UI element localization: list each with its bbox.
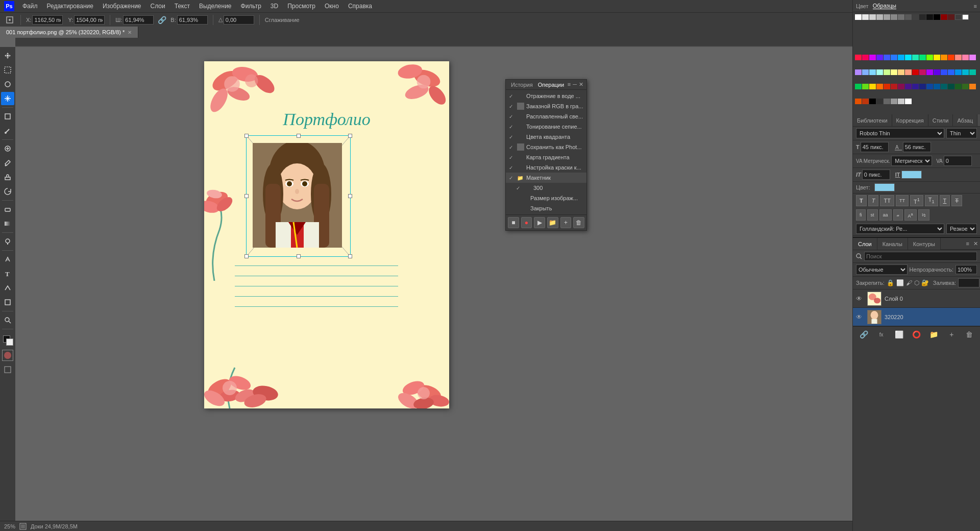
tab-correction[interactable]: Коррекция: [892, 114, 928, 126]
swatch[interactable]: [948, 14, 954, 20]
swatch[interactable]: [884, 99, 890, 104]
ops-item-7[interactable]: ✓ Настройка краски к...: [506, 162, 586, 173]
swatch[interactable]: [941, 84, 947, 89]
swatch[interactable]: [869, 99, 876, 104]
smallcaps-button[interactable]: TT: [896, 195, 909, 206]
swatch[interactable]: [876, 69, 883, 75]
font-style-select[interactable]: Thin: [946, 128, 977, 138]
swatch[interactable]: [912, 55, 919, 60]
lock-pos-icon[interactable]: 🔒: [887, 279, 894, 286]
dodge-tool[interactable]: [1, 235, 14, 248]
tab-close-0[interactable]: ✕: [128, 30, 132, 35]
layers-menu[interactable]: ≡: [964, 238, 971, 250]
ops-tab-history[interactable]: История: [509, 82, 535, 88]
y-input[interactable]: [74, 15, 105, 25]
char-color-swatch[interactable]: [874, 183, 895, 191]
ops-group-maketnik[interactable]: ✓ 📁 Макетник: [506, 173, 586, 183]
swatch[interactable]: [876, 55, 883, 60]
swatch[interactable]: [962, 14, 969, 20]
context-alt-button[interactable]: ¹⁄₂: [918, 209, 930, 221]
opacity-input[interactable]: [955, 265, 977, 274]
strikethrough-button[interactable]: T: [951, 195, 962, 206]
swatches-menu[interactable]: ≡: [974, 3, 977, 9]
swatch[interactable]: [898, 55, 904, 60]
eyedropper-tool[interactable]: [1, 124, 14, 137]
handle-top-left[interactable]: [244, 134, 249, 138]
ops-item-5[interactable]: ✓ Сохранить как Phot...: [506, 142, 586, 152]
ops-item-3[interactable]: ✓ Тонирование сепие...: [506, 122, 586, 132]
swatch[interactable]: [869, 14, 876, 20]
italic-button[interactable]: T: [868, 195, 879, 206]
history-tool[interactable]: [1, 185, 14, 198]
kerning-input[interactable]: [944, 156, 972, 166]
lock-art-icon[interactable]: ⬡: [914, 279, 919, 286]
swatch[interactable]: [934, 69, 940, 75]
document-tab-0[interactable]: 001 портфолио.png @ 25% (320220, RGB/8) …: [0, 27, 138, 38]
ops-panel-header[interactable]: История Операции ≡ ─ ✕: [506, 80, 586, 90]
heal-tool[interactable]: [1, 142, 14, 155]
ops-folder-button[interactable]: 📁: [547, 217, 558, 228]
layers-mask-button[interactable]: ⬜: [893, 329, 904, 340]
swatch[interactable]: [955, 14, 962, 20]
frac-button[interactable]: fi: [856, 209, 866, 221]
handle-middle-right[interactable]: [348, 194, 352, 198]
ops-record-button[interactable]: ●: [521, 217, 532, 228]
ops-item-2[interactable]: ✓ Расплавленный све...: [506, 111, 586, 122]
swatch[interactable]: [898, 14, 904, 20]
swatch[interactable]: [905, 14, 912, 20]
swatch[interactable]: [855, 69, 862, 75]
ops-sub-item-2[interactable]: Закрыть: [506, 203, 586, 213]
swatch[interactable]: [941, 14, 947, 20]
swatch[interactable]: [948, 84, 954, 89]
font-size-input[interactable]: [861, 142, 889, 152]
swatch[interactable]: [862, 84, 869, 89]
photo-frame[interactable]: [246, 135, 351, 257]
swatch[interactable]: [962, 55, 969, 60]
stamp-tool[interactable]: [1, 171, 14, 184]
swatch[interactable]: [934, 84, 940, 89]
swatch[interactable]: [962, 69, 969, 75]
swatch[interactable]: [884, 84, 890, 89]
ops-sub-item-0[interactable]: ✓ 300: [506, 183, 586, 193]
swatch[interactable]: [955, 55, 962, 60]
lasso-tool[interactable]: [1, 78, 14, 91]
menu-file[interactable]: Файл: [18, 2, 42, 11]
handle-bottom-left[interactable]: [244, 254, 249, 258]
swatch[interactable]: [891, 99, 897, 104]
background-color[interactable]: [6, 339, 13, 346]
layers-close[interactable]: ✕: [971, 238, 980, 250]
swatch[interactable]: [934, 14, 940, 20]
swatch[interactable]: [869, 55, 876, 60]
gradient-tool[interactable]: [1, 217, 14, 230]
antialias-select[interactable]: Резкое: [946, 224, 977, 234]
swatch[interactable]: [855, 84, 862, 89]
link-icon[interactable]: 🔗: [157, 16, 167, 24]
tab-symbol[interactable]: Символ: [977, 114, 980, 126]
layers-link-button[interactable]: 🔗: [858, 329, 869, 340]
swatch[interactable]: [941, 69, 947, 75]
ops-tab-operations[interactable]: Операции: [536, 82, 566, 88]
handle-bottom-center[interactable]: [297, 254, 301, 258]
handle-middle-left[interactable]: [244, 194, 249, 198]
swatch[interactable]: [969, 55, 976, 60]
ops-play-button[interactable]: ▶: [534, 217, 545, 228]
swatch[interactable]: [948, 69, 954, 75]
pen-tool[interactable]: [1, 253, 14, 266]
ops-collapse-icon[interactable]: ─: [573, 81, 577, 88]
swatch[interactable]: [955, 84, 962, 89]
tracking-select[interactable]: Метрическ.: [891, 156, 932, 166]
foreground-background-colors[interactable]: [1, 333, 14, 347]
eraser-tool[interactable]: [1, 203, 14, 216]
oldstyle-button[interactable]: st: [867, 209, 878, 221]
select-tool[interactable]: [1, 63, 14, 77]
interpolation-select[interactable]: Сглаживание: [265, 17, 300, 23]
swatch[interactable]: [919, 69, 926, 75]
swatch[interactable]: [905, 55, 912, 60]
lock-all-icon[interactable]: 🔐: [921, 279, 929, 286]
ops-menu-icon[interactable]: ≡: [568, 81, 571, 88]
zoom-tool[interactable]: [1, 313, 14, 327]
menu-help[interactable]: Справка: [344, 2, 376, 11]
swatch[interactable]: [926, 84, 933, 89]
menu-text[interactable]: Текст: [170, 2, 194, 11]
swatch[interactable]: [862, 55, 869, 60]
